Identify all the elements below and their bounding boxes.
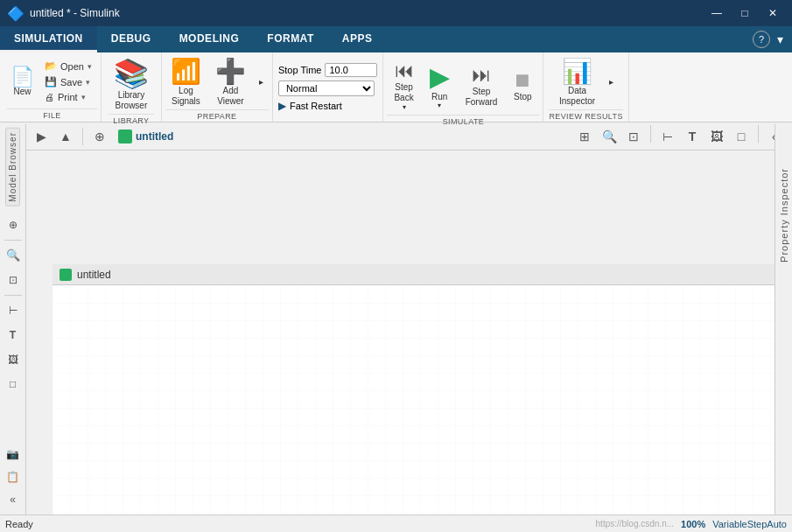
sidebar-sep1 — [4, 240, 22, 241]
maximize-button[interactable]: □ — [732, 4, 757, 22]
property-inspector-tab[interactable]: Property Inspector — [779, 168, 789, 262]
data-inspector-label: DataInspector — [559, 86, 595, 107]
var-step-auto: VariableStepAuto — [712, 519, 787, 529]
step-back-arrow: ▾ — [403, 103, 406, 111]
app-icon: 🔷 — [7, 5, 25, 22]
add-viewer-icon: ➕ — [215, 57, 246, 86]
title-bar: 🔷 untitled * - Simulink — □ ✕ — [0, 0, 792, 26]
sidebar-toggle-ports-icon: ⊢ — [9, 304, 18, 317]
open-label: Open — [60, 61, 84, 72]
step-back-icon: ⏮ — [395, 60, 414, 82]
review-more-icon: ▸ — [609, 77, 613, 87]
sidebar-sep2 — [4, 295, 22, 296]
menu-bar: SIMULATION DEBUG MODELING FORMAT APPS ? … — [0, 26, 792, 52]
step-back-button[interactable]: ⏮ StepBack ▾ — [387, 56, 420, 115]
run-icon: ▶ — [430, 61, 450, 92]
run-arrow: ▾ — [438, 102, 441, 109]
sidebar-image-icon: 🖼 — [8, 354, 18, 366]
status-bar: Ready https://blog.csdn.n... 100% Variab… — [0, 514, 792, 532]
prepare-more-button[interactable]: ▸ — [255, 75, 269, 88]
tab-format[interactable]: FORMAT — [253, 26, 327, 52]
save-arrow: ▾ — [86, 78, 90, 87]
step-back-label: StepBack — [394, 82, 413, 103]
step-forward-label: StepForward — [466, 87, 498, 108]
fast-restart-icon: ▶ — [278, 100, 286, 112]
window-title: untitled * - Simulink — [30, 7, 120, 19]
stop-button[interactable]: ⏹ Stop — [506, 66, 539, 105]
canvas-header: untitled ▾ — [53, 264, 792, 285]
tab-simulation[interactable]: SIMULATION — [0, 26, 97, 52]
sidebar-notes[interactable]: 📋 — [2, 466, 25, 488]
help-button[interactable]: ? — [753, 31, 770, 48]
data-inspector-button[interactable]: 📊 DataInspector — [554, 54, 600, 109]
tab-apps[interactable]: APPS — [328, 26, 387, 52]
sidebar-collapse-icon: « — [10, 494, 16, 506]
canvas-model-icon — [60, 269, 72, 281]
fast-restart-label: Fast Restart — [290, 101, 342, 111]
menu-more-button[interactable]: ▾ — [777, 32, 783, 46]
model-browser-tab[interactable]: Model Browser — [5, 128, 20, 206]
sidebar-fit-page-icon: ⊡ — [9, 274, 18, 286]
save-button[interactable]: 💾 Save ▾ — [39, 74, 97, 89]
save-icon: 💾 — [45, 76, 57, 88]
add-viewer-button[interactable]: ➕ AddViewer — [210, 54, 251, 109]
print-label: Print — [58, 92, 78, 102]
ribbon: 📄 New 📂 Open ▾ 💾 Save ▾ 🖨 Print ▾ — [0, 52, 792, 122]
sidebar-zoom-fit[interactable]: ⊕ — [2, 214, 25, 236]
library-icon: 📚 — [114, 57, 149, 90]
model-canvas[interactable]: + × Sum_F1 1 + × — [53, 285, 792, 532]
sidebar-zoom-in-icon: 🔍 — [6, 248, 20, 262]
print-button[interactable]: 🖨 Print ▾ — [39, 90, 97, 104]
sidebar-zoom-fit-icon: ⊕ — [9, 219, 18, 231]
open-icon: 📂 — [45, 60, 57, 72]
file-group: 📄 New 📂 Open ▾ 💾 Save ▾ 🖨 Print ▾ — [4, 52, 102, 122]
canvas-title: untitled — [77, 269, 111, 281]
sidebar-toggle-ports[interactable]: ⊢ — [2, 299, 25, 322]
run-button[interactable]: ▶ Run ▾ — [423, 58, 457, 113]
sidebar-collapse[interactable]: « — [2, 488, 25, 511]
menu-more: ? ▾ — [744, 26, 792, 52]
review-more-button[interactable]: ▸ — [604, 75, 618, 88]
sidebar-rect[interactable]: □ — [2, 373, 25, 396]
sidebar-image[interactable]: 🖼 — [2, 348, 25, 371]
library-browser-button[interactable]: 📚 LibraryBrowser — [109, 54, 154, 114]
print-icon: 🖨 — [45, 92, 54, 102]
log-signals-icon: 📶 — [171, 57, 201, 86]
simulation-mode-select[interactable]: Normal — [278, 80, 375, 96]
open-button[interactable]: 📂 Open ▾ — [39, 59, 97, 74]
prepare-group: 📶 LogSignals ➕ AddViewer ▸ PREPARE — [162, 52, 273, 122]
close-button[interactable]: ✕ — [760, 4, 785, 22]
sidebar-fit-page[interactable]: ⊡ — [2, 269, 25, 291]
open-arrow: ▾ — [88, 62, 92, 71]
sidebar-rect-icon: □ — [10, 378, 16, 390]
sidebar-text-icon: T — [10, 329, 16, 341]
new-button[interactable]: 📄 New — [7, 66, 38, 98]
log-signals-button[interactable]: 📶 LogSignals — [165, 54, 207, 109]
sidebar-text[interactable]: T — [2, 324, 25, 346]
review-group: 📊 DataInspector ▸ REVIEW RESULTS — [543, 52, 628, 122]
stoptime-input[interactable] — [325, 63, 377, 77]
tab-debug[interactable]: DEBUG — [97, 26, 165, 52]
status-right: https://blog.csdn.n... 100% VariableStep… — [596, 519, 787, 529]
stoptime-label: Stop Time — [278, 65, 322, 75]
zoom-level: 100% — [681, 519, 705, 529]
step-forward-button[interactable]: ⏭ StepForward — [459, 60, 505, 111]
step-forward-icon: ⏭ — [472, 64, 491, 87]
grid-background — [53, 285, 792, 532]
minimize-button[interactable]: — — [704, 4, 729, 22]
log-signals-label: LogSignals — [172, 86, 200, 107]
tab-modeling[interactable]: MODELING — [165, 26, 254, 52]
prepare-more-icon: ▸ — [259, 77, 263, 87]
add-viewer-label: AddViewer — [217, 86, 243, 107]
new-icon: 📄 — [11, 67, 34, 87]
review-group-label: REVIEW RESULTS — [549, 109, 622, 121]
canvas-area: untitled ▾ + × Sum_F1 — [53, 264, 792, 532]
normal-select-row: Normal — [278, 80, 378, 96]
new-label: New — [13, 87, 31, 96]
stop-icon: ⏹ — [513, 69, 532, 92]
sidebar-zoom-in[interactable]: 🔍 — [2, 244, 25, 267]
status-ready: Ready — [5, 519, 33, 529]
status-url: https://blog.csdn.n... — [596, 519, 675, 528]
file-group-label: FILE — [7, 108, 97, 120]
sidebar-camera[interactable]: 📷 — [2, 443, 25, 466]
